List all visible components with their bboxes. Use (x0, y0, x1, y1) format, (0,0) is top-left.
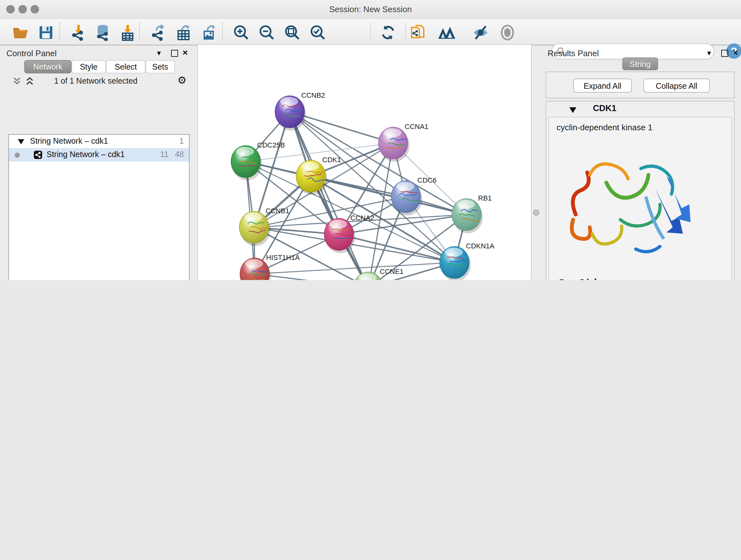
tab-network[interactable]: Network (24, 60, 71, 73)
node-label-cdc25b: CDC25B (257, 141, 285, 149)
import-table-icon[interactable] (119, 24, 136, 41)
network-edge[interactable] (311, 176, 467, 214)
right-splitter-handle[interactable] (533, 209, 539, 216)
tab-select[interactable]: Select (106, 60, 145, 73)
show-graphics-icon[interactable] (499, 24, 516, 41)
hide-graphics-icon[interactable] (472, 24, 489, 41)
node-count: 11 (160, 150, 169, 159)
network-canvas[interactable]: CCNB2CCNA1CDC25BCDK1CDC6RB1CCNB1CCNA2CDK… (198, 45, 531, 280)
node-label-ccna1: CCNA1 (405, 123, 428, 131)
copy-network-icon[interactable] (410, 24, 426, 41)
export-image-icon[interactable] (201, 24, 218, 41)
results-panel: Results Panel ▾ × String Expand All Coll… (540, 45, 741, 280)
node-label-rb1: RB1 (478, 194, 492, 202)
node-label-cdk1: CDK1 (322, 156, 341, 164)
tab-sets[interactable]: Sets (145, 60, 175, 73)
edge-count: 48 (175, 150, 184, 159)
export-network-icon[interactable] (150, 24, 166, 41)
window-title: Session: New Session (0, 4, 741, 14)
collapse-all-button[interactable]: Collapse All (643, 78, 710, 92)
network-node-ccnb2[interactable]: CCNB2 (275, 91, 325, 131)
protein-structure-image (564, 138, 698, 274)
network-tree: String Network – cdk1 1 String Network –… (8, 134, 190, 280)
node-label-ccne1: CCNE1 (380, 267, 404, 275)
network-node-ccne1[interactable]: CCNE1 (354, 267, 404, 280)
results-panel-close-icon[interactable]: × (733, 47, 738, 57)
node-label-hist1h1a: HIST1H1A (266, 253, 300, 261)
gene-description: cyclin-dependent kinase 1 (556, 123, 653, 132)
node-label-cdkn1a: CDKN1A (466, 242, 495, 250)
zoom-in-icon[interactable] (233, 24, 250, 41)
gene-symbol: CDK1 (593, 104, 616, 113)
zoom-fit-icon[interactable] (284, 24, 300, 41)
network-options-gear-icon[interactable]: ⚙ (178, 74, 187, 86)
results-panel-maximize-icon[interactable] (721, 50, 728, 57)
gene-section: CDK1 cyclin-dependent kinase 1 (546, 101, 735, 280)
title-bar: Session: New Session (0, 0, 741, 20)
crosslinks-title: CrossLinks (558, 277, 603, 280)
export-table-icon[interactable] (176, 24, 192, 41)
network-node-rb1[interactable]: RB1 (452, 194, 492, 233)
control-panel-maximize-icon[interactable] (171, 50, 178, 57)
control-panel: Control Panel ▾ × Network Style Select S… (0, 45, 192, 280)
network-node-cdc6[interactable]: CDC6 (391, 176, 436, 215)
zoom-out-icon[interactable] (259, 24, 275, 41)
application-window: Session: New Session ? Control Panel ▾ (0, 0, 741, 280)
results-panel-float-icon[interactable]: ▾ (707, 49, 711, 57)
network-node-cdk1[interactable]: CDK1 (296, 156, 341, 195)
import-network-icon[interactable] (70, 24, 87, 41)
save-session-icon[interactable] (38, 24, 54, 41)
network-node-cdkn1a[interactable]: CDKN1A (440, 242, 495, 280)
network-state-dot-icon (15, 152, 20, 158)
node-label-cdc6: CDC6 (417, 176, 436, 184)
node-label-ccna2: CCNA2 (350, 214, 374, 222)
gene-collapse-icon[interactable] (569, 107, 576, 113)
results-actions-box: Expand All Collapse All (546, 71, 735, 98)
control-panel-title: Control Panel (6, 49, 57, 58)
network-collection-label: String Network – cdk1 (30, 137, 108, 145)
node-label-ccnb2: CCNB2 (301, 91, 325, 99)
refresh-icon[interactable] (380, 24, 396, 41)
tab-string[interactable]: String (622, 57, 658, 70)
network-label: String Network – cdk1 (47, 150, 125, 159)
network-selection-status: 1 of 1 Network selected (0, 77, 192, 85)
open-session-icon[interactable] (12, 24, 29, 41)
network-edge[interactable] (290, 112, 368, 280)
zoom-selected-icon[interactable] (310, 24, 326, 41)
network-tree-root-row[interactable]: String Network – cdk1 1 (9, 135, 189, 148)
results-panel-title: Results Panel (548, 49, 599, 58)
birdseye-view-icon[interactable] (439, 24, 455, 41)
tab-style[interactable]: Style (71, 60, 106, 73)
gene-detail-box: cyclin-dependent kinase 1 (548, 117, 732, 280)
expand-all-button[interactable]: Expand All (573, 78, 632, 92)
network-node-cdc25b[interactable]: CDC25B (231, 141, 285, 180)
network-node-ccna1[interactable]: CCNA1 (379, 123, 428, 162)
tree-expand-icon[interactable] (18, 139, 24, 144)
node-label-ccnb1: CCNB1 (266, 207, 289, 215)
main-toolbar: ? (0, 19, 741, 45)
import-database-icon[interactable] (94, 24, 111, 41)
network-tree-child-row[interactable]: String Network – cdk1 11 48 (9, 148, 189, 162)
network-share-icon (34, 151, 42, 159)
collection-count: 1 (179, 137, 184, 145)
control-panel-close-icon[interactable]: × (183, 47, 188, 57)
control-panel-float-icon[interactable]: ▾ (157, 49, 161, 57)
